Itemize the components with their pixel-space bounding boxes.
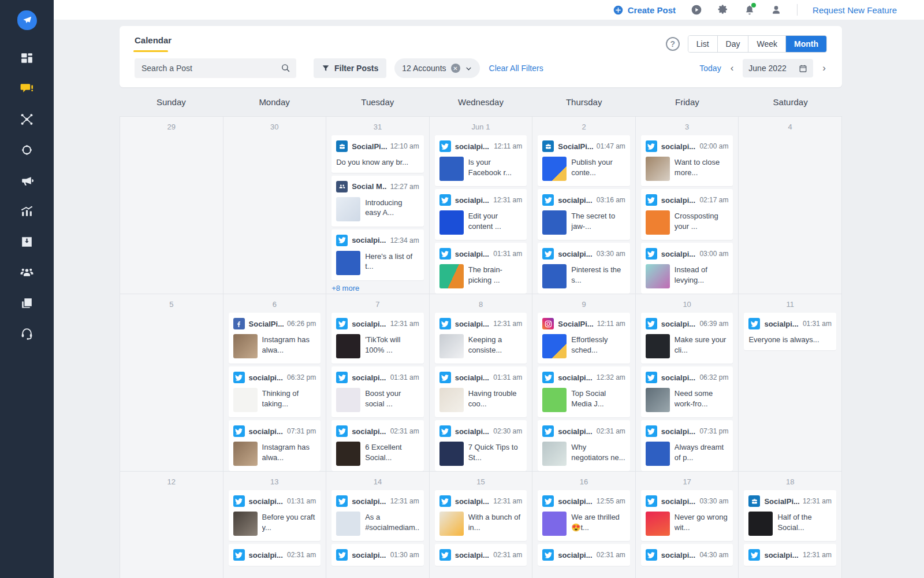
post-account: socialpi... bbox=[661, 142, 695, 151]
view-list-button[interactable]: List bbox=[688, 36, 718, 52]
post-card[interactable]: socialpi...03:16 amThe secret to jaw-... bbox=[538, 189, 630, 240]
post-card[interactable]: socialpi...12:55 amWe are thrilled😍t... bbox=[538, 490, 630, 541]
post-card[interactable]: Social M...12:27 amIntroducing easy A... bbox=[331, 176, 424, 227]
help-icon[interactable]: ? bbox=[666, 37, 680, 51]
post-card[interactable]: socialpi...06:32 pmThinking of taking... bbox=[229, 366, 321, 417]
post-card[interactable]: socialpi...12:31 amEdit your content ... bbox=[435, 189, 527, 240]
post-card[interactable]: socialpi...02:31 amWhy negotiators ne... bbox=[538, 420, 630, 471]
accounts-filter-pill[interactable]: 12 Accounts ✕ bbox=[394, 58, 479, 78]
post-card[interactable]: socialpi...07:31 pmAlways dreamt of p... bbox=[641, 420, 733, 471]
post-card[interactable]: socialpi...12:31 amAs a #socialmediam... bbox=[331, 490, 424, 541]
remove-filter-icon[interactable]: ✕ bbox=[451, 64, 460, 73]
post-card[interactable]: socialpi...06:32 pmNeed some work-fro... bbox=[641, 366, 733, 417]
prev-month-arrow[interactable]: ‹ bbox=[729, 62, 735, 74]
post-card[interactable]: SocialPi...01:47 amPublish your conte... bbox=[538, 135, 630, 186]
sidebar-item-support[interactable] bbox=[0, 318, 54, 349]
post-time: 02:30 am bbox=[490, 427, 522, 435]
twitter-icon bbox=[336, 318, 348, 329]
sidebar-item-blog[interactable] bbox=[0, 288, 54, 318]
create-post-button[interactable]: Create Post bbox=[613, 5, 676, 15]
sidebar-item-connections[interactable] bbox=[0, 104, 54, 135]
twitter-icon bbox=[336, 425, 348, 437]
settings-gear-icon[interactable] bbox=[717, 4, 729, 16]
filter-posts-button[interactable]: Filter Posts bbox=[314, 58, 386, 78]
post-card[interactable]: SocialPi...06:26 pmInstagram has alwa... bbox=[229, 313, 321, 364]
sidebar-item-analytics[interactable] bbox=[0, 196, 54, 227]
next-month-arrow[interactable]: › bbox=[821, 62, 827, 74]
post-card[interactable]: socialpi...12:32 amTop Social Media J... bbox=[538, 366, 630, 417]
post-card[interactable]: socialpi...03:30 amNever go wrong wit... bbox=[641, 490, 733, 541]
date-label: 9 bbox=[538, 298, 630, 313]
post-card[interactable]: socialpi...12:31 amKeeping a consiste... bbox=[435, 313, 527, 364]
twitter-icon bbox=[336, 235, 348, 246]
post-card[interactable]: SocialPi...12:10 amDo you know any br... bbox=[331, 135, 424, 173]
request-new-feature-link[interactable]: Request New Feature bbox=[813, 5, 897, 15]
post-thumbnail bbox=[542, 264, 567, 288]
twitter-icon bbox=[439, 372, 451, 383]
post-card[interactable]: socialpi...12:11 amIs your Facebook r... bbox=[435, 135, 527, 186]
day-cell-12: 12 bbox=[120, 472, 223, 578]
tab-calendar[interactable]: Calendar bbox=[135, 35, 172, 52]
post-thumbnail bbox=[542, 388, 567, 412]
twitter-icon bbox=[542, 372, 554, 383]
post-text: Instead of levying... bbox=[675, 264, 729, 285]
view-month-button[interactable]: Month bbox=[786, 36, 826, 52]
post-card[interactable]: socialpi...12:34 amHere's a list of t... bbox=[331, 229, 424, 280]
sidebar-item-inbox[interactable] bbox=[0, 227, 54, 257]
paper-plane-icon bbox=[22, 15, 32, 25]
post-card[interactable]: socialpi...06:39 amMake sure your cli... bbox=[641, 313, 733, 364]
twitter-icon bbox=[439, 495, 451, 507]
day-cell-11: 11socialpi...01:31 amEveryone is always.… bbox=[739, 294, 841, 471]
sidebar-item-dashboard[interactable] bbox=[0, 43, 54, 73]
play-icon[interactable] bbox=[691, 4, 702, 16]
weekday-label: Saturday bbox=[739, 97, 842, 107]
post-card[interactable]: socialpi...01:31 amHaving trouble coo... bbox=[435, 366, 527, 417]
post-card[interactable]: socialpi...02:00 amWant to close more... bbox=[641, 135, 733, 186]
notifications-bell-icon[interactable] bbox=[744, 4, 755, 16]
post-card[interactable]: socialpi...01:31 amBefore you craft y... bbox=[229, 490, 321, 541]
post-card[interactable]: socialpi...02:17 amCrossposting your ... bbox=[641, 189, 733, 240]
post-card[interactable]: socialpi...01:31 amBoost your social ... bbox=[331, 366, 424, 417]
post-card[interactable]: socialpi...07:31 pmInstagram has alwa... bbox=[229, 420, 321, 471]
post-text: Publish your conte... bbox=[571, 157, 625, 177]
post-card[interactable]: socialpi...02:31 am bbox=[435, 544, 527, 566]
twitter-icon bbox=[542, 495, 554, 507]
date-label: 29 bbox=[125, 120, 218, 135]
month-picker[interactable]: June 2022 bbox=[743, 59, 813, 77]
post-card[interactable]: socialpi...01:31 amEveryone is always... bbox=[744, 313, 836, 350]
socialpilot-logo[interactable] bbox=[17, 10, 37, 30]
post-card[interactable]: socialpi...04:30 am bbox=[641, 544, 733, 566]
sidebar-item-team[interactable] bbox=[0, 257, 54, 288]
post-card[interactable]: socialpi...02:31 am bbox=[538, 544, 630, 566]
sidebar-item-promote[interactable] bbox=[0, 165, 54, 196]
post-card[interactable]: socialpi...12:31 am bbox=[744, 544, 836, 566]
post-thumbnail bbox=[646, 334, 670, 358]
today-button[interactable]: Today bbox=[699, 64, 721, 73]
post-card[interactable]: socialpi...03:30 amPinterest is the s... bbox=[538, 243, 630, 294]
user-profile-icon[interactable] bbox=[770, 4, 782, 16]
view-day-button[interactable]: Day bbox=[718, 36, 749, 52]
sidebar-item-audience[interactable] bbox=[0, 135, 54, 165]
clear-all-filters-link[interactable]: Clear All Filters bbox=[489, 64, 543, 73]
post-card[interactable]: socialpi...03:00 amInstead of levying... bbox=[641, 243, 733, 294]
day-cell-6: 6SocialPi...06:26 pmInstagram has alwa..… bbox=[223, 294, 326, 471]
post-card[interactable]: socialpi...12:31 amWith a bunch of in... bbox=[435, 490, 527, 541]
post-card[interactable]: SocialPi...12:31 amHalf of the Social... bbox=[744, 490, 836, 541]
view-week-button[interactable]: Week bbox=[748, 36, 786, 52]
post-card[interactable]: socialpi...01:30 am bbox=[331, 544, 424, 566]
sidebar-item-posts[interactable] bbox=[0, 73, 54, 104]
search-input[interactable] bbox=[135, 58, 296, 78]
post-card[interactable]: SocialPi...12:11 amEffortlessly sched... bbox=[538, 313, 630, 364]
post-text: Crossposting your ... bbox=[675, 210, 729, 231]
more-posts-link[interactable]: +8 more bbox=[331, 280, 424, 292]
post-card[interactable]: socialpi...12:31 am'TikTok will 100% ... bbox=[331, 313, 424, 364]
date-label: 8 bbox=[435, 298, 527, 313]
day-cell-18: 18SocialPi...12:31 amHalf of the Social.… bbox=[739, 472, 841, 578]
twitter-icon bbox=[439, 248, 451, 260]
post-card[interactable]: socialpi...01:31 amThe brain-picking ... bbox=[435, 243, 527, 294]
date-label: 11 bbox=[744, 298, 836, 313]
post-text: 7 Quick Tips to St... bbox=[468, 442, 523, 462]
post-card[interactable]: socialpi...02:31 am bbox=[229, 544, 321, 566]
post-card[interactable]: socialpi...02:30 am7 Quick Tips to St... bbox=[435, 420, 527, 471]
post-card[interactable]: socialpi...02:31 am6 Excellent Social... bbox=[331, 420, 424, 471]
